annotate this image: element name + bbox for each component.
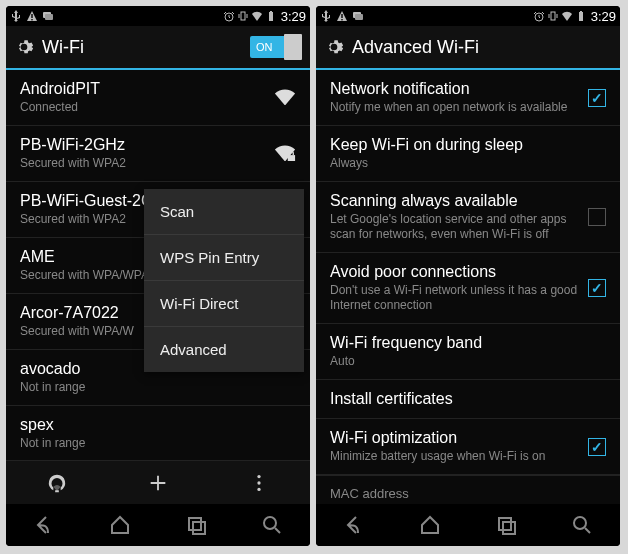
warning-icon [26,10,38,22]
wifi-signal-lock-icon [274,145,296,163]
svg-point-13 [258,474,261,477]
nav-home-button[interactable] [100,513,140,537]
nav-home-button[interactable] [410,513,450,537]
svg-rect-11 [269,12,273,21]
setting-title: Avoid poor connections [330,263,578,281]
advanced-settings-list: Network notification Notify me when an o… [316,70,620,504]
status-clock: 3:29 [281,9,306,24]
split-action-bar [6,460,310,504]
wifi-ssid: PB-WiFi-2GHz [20,136,264,154]
nav-recent-button[interactable] [176,513,216,537]
setting-sleep-policy[interactable]: Keep Wi-Fi on during sleep Always [316,126,620,182]
vibrate-icon [547,10,559,22]
svg-rect-17 [341,19,342,20]
section-mac-address: MAC address [316,475,620,504]
wifi-network-item[interactable]: PB-WiFi-2GHz Secured with WPA2 [6,126,310,182]
gear-icon[interactable] [14,37,34,57]
nav-back-button[interactable] [334,513,374,537]
wifi-status: Connected [20,100,264,115]
battery-icon [575,10,587,22]
nav-bar [6,504,310,546]
page-title: Advanced Wi-Fi [352,37,612,58]
svg-rect-22 [579,12,583,21]
alarm-icon [223,10,235,22]
setting-install-certificates[interactable]: Install certificates [316,380,620,419]
setting-sub: Don't use a Wi-Fi network unless it has … [330,283,578,313]
setting-frequency-band[interactable]: Wi-Fi frequency band Auto [316,324,620,380]
svg-point-14 [258,481,261,484]
svg-rect-10 [241,12,245,20]
svg-rect-5 [31,14,32,18]
wps-push-button[interactable] [7,461,107,504]
add-network-button[interactable] [108,461,208,504]
checkbox-icon[interactable] [588,208,606,226]
setting-avoid-poor[interactable]: Avoid poor connections Don't use a Wi-Fi… [316,253,620,324]
wifi-network-item[interactable]: AndroidPIT Connected [6,70,310,126]
setting-title: Wi-Fi frequency band [330,334,606,352]
setting-scanning-always[interactable]: Scanning always available Let Google's l… [316,182,620,253]
menu-scan[interactable]: Scan [144,189,304,234]
setting-sub: Auto [330,354,606,369]
nav-bar [316,504,620,546]
setting-network-notification[interactable]: Network notification Notify me when an o… [316,70,620,126]
messages-icon [42,10,54,22]
setting-title: Network notification [330,80,578,98]
wifi-status: Not in range [20,380,296,395]
setting-title: Wi-Fi optimization [330,429,578,447]
checkbox-icon[interactable] [588,438,606,456]
setting-title: Install certificates [330,390,606,408]
nav-back-button[interactable] [24,513,64,537]
wifi-signal-icon [274,89,296,107]
action-bar: Wi-Fi ON [6,26,310,70]
status-clock: 3:29 [591,9,616,24]
toggle-label: ON [256,41,273,53]
menu-advanced[interactable]: Advanced [144,326,304,372]
svg-rect-19 [355,14,363,20]
setting-sub: Always [330,156,606,171]
usb-icon [10,10,22,22]
battery-icon [265,10,277,22]
svg-rect-12 [270,11,272,12]
svg-rect-6 [31,19,32,20]
page-title: Wi-Fi [42,37,242,58]
status-bar: 3:29 [6,6,310,26]
setting-wifi-optimization[interactable]: Wi-Fi optimization Minimize battery usag… [316,419,620,475]
setting-sub: Let Google's location service and other … [330,212,578,242]
checkbox-icon[interactable] [588,89,606,107]
usb-icon [320,10,332,22]
nav-search-button[interactable] [252,513,292,537]
svg-point-15 [258,487,261,490]
wifi-status-icon [561,10,573,22]
menu-wifi-direct[interactable]: Wi-Fi Direct [144,280,304,326]
nav-search-button[interactable] [562,513,602,537]
wifi-status-icon [251,10,263,22]
svg-rect-23 [580,11,582,12]
setting-sub: Notify me when an open network is availa… [330,100,578,115]
wifi-ssid: spex [20,416,296,434]
svg-rect-8 [45,14,53,20]
phone-left: 3:29 Wi-Fi ON AndroidPIT Connected [6,6,310,546]
overflow-button[interactable] [209,461,309,504]
setting-sub: Minimize battery usage when Wi-Fi is on [330,449,578,464]
svg-rect-21 [551,12,555,20]
nav-recent-button[interactable] [486,513,526,537]
warning-icon [336,10,348,22]
overflow-menu: Scan WPS Pin Entry Wi-Fi Direct Advanced [144,189,304,372]
wifi-network-item[interactable]: spex Not in range [6,406,310,460]
wifi-ssid: AndroidPIT [20,80,264,98]
svg-rect-16 [341,14,342,18]
phone-right: 3:29 Advanced Wi-Fi Network notification… [316,6,620,546]
checkbox-icon[interactable] [588,279,606,297]
alarm-icon [533,10,545,22]
status-bar: 3:29 [316,6,620,26]
action-bar: Advanced Wi-Fi [316,26,620,70]
wifi-toggle[interactable]: ON [250,36,302,58]
setting-title: Scanning always available [330,192,578,210]
gear-icon[interactable] [324,37,344,57]
messages-icon [352,10,364,22]
wifi-network-list: AndroidPIT Connected PB-WiFi-2GHz Secure… [6,70,310,460]
menu-wps-pin[interactable]: WPS Pin Entry [144,234,304,280]
vibrate-icon [237,10,249,22]
wifi-status: Not in range [20,436,296,451]
wifi-status: Secured with WPA2 [20,156,264,171]
